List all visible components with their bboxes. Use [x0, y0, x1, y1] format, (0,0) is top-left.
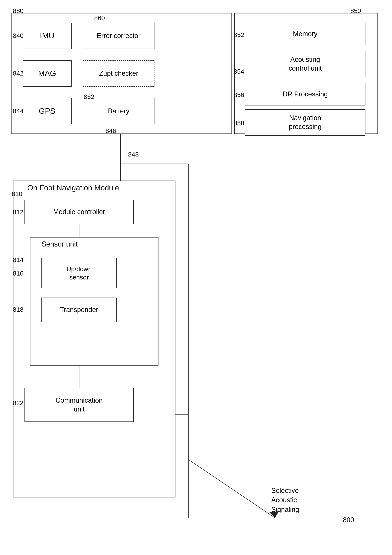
dr-processing-label: DR Processing [282, 90, 328, 98]
acousting-control-label: Acousting control unit [288, 55, 322, 73]
transponder-label: Transponder [60, 306, 98, 314]
gps-label: GPS [39, 107, 56, 116]
navigation-processing-label: Navigation processing [289, 114, 322, 131]
label-842: 842 [13, 70, 23, 77]
label-846: 846 [105, 127, 116, 134]
label-800: 800 [343, 516, 354, 524]
label-844: 844 [13, 107, 23, 115]
label-860: 860 [94, 14, 105, 22]
label-862: 862 [84, 93, 94, 100]
communication-unit-box: Communication unit [24, 388, 134, 422]
svg-rect-6 [13, 181, 175, 497]
gps-box: GPS [22, 98, 72, 124]
label-814: 814 [13, 256, 23, 263]
up-down-sensor-box: Up/down sensor [41, 258, 117, 288]
memory-box: Memory [245, 22, 365, 45]
label-812: 812 [13, 208, 23, 216]
selective-acoustic-label: Selective Acoustic Signaling [271, 486, 299, 514]
label-810: 810 [12, 190, 22, 197]
module-controller-box: Module controller [24, 200, 134, 224]
acousting-control-box: Acousting control unit [245, 51, 365, 77]
label-818: 818 [13, 306, 23, 313]
imu-label: IMU [40, 31, 54, 40]
navigation-processing-box: Navigation processing [245, 109, 365, 136]
dr-processing-box: DR Processing [245, 83, 365, 105]
module-controller-label: Module controller [53, 208, 105, 216]
sensor-unit-label: Sensor unit [41, 240, 78, 248]
battery-label: Battery [108, 107, 129, 115]
error-corrector-label: Error corrector [97, 32, 141, 40]
zupt-checker-box: Zupt checker [83, 60, 155, 87]
communication-unit-label: Communication unit [56, 396, 103, 414]
mag-label: MAG [38, 69, 56, 78]
label-850: 850 [350, 7, 361, 15]
label-856: 856 [234, 91, 244, 98]
error-corrector-box: Error corrector [83, 22, 155, 49]
memory-label: Memory [293, 30, 318, 38]
svg-line-14 [121, 154, 128, 162]
label-880: 880 [13, 7, 23, 15]
label-840: 840 [13, 32, 23, 39]
svg-line-12 [188, 460, 275, 518]
mag-box: MAG [22, 60, 72, 87]
battery-box: Battery [83, 98, 155, 124]
label-848: 848 [128, 151, 139, 158]
up-down-sensor-label: Up/down sensor [67, 265, 92, 281]
zupt-checker-label: Zupt checker [99, 69, 138, 77]
transponder-box: Transponder [41, 298, 117, 322]
imu-box: IMU [22, 22, 72, 49]
diagram: 880 850 IMU 840 MAG 842 GPS 844 Error co… [0, 0, 392, 555]
label-852: 852 [234, 31, 244, 38]
label-854: 854 [234, 68, 244, 75]
label-858: 858 [234, 119, 244, 127]
label-822: 822 [13, 399, 23, 407]
label-816: 816 [13, 270, 23, 277]
on-foot-nav-label: On Foot Navigation Module [27, 184, 119, 192]
